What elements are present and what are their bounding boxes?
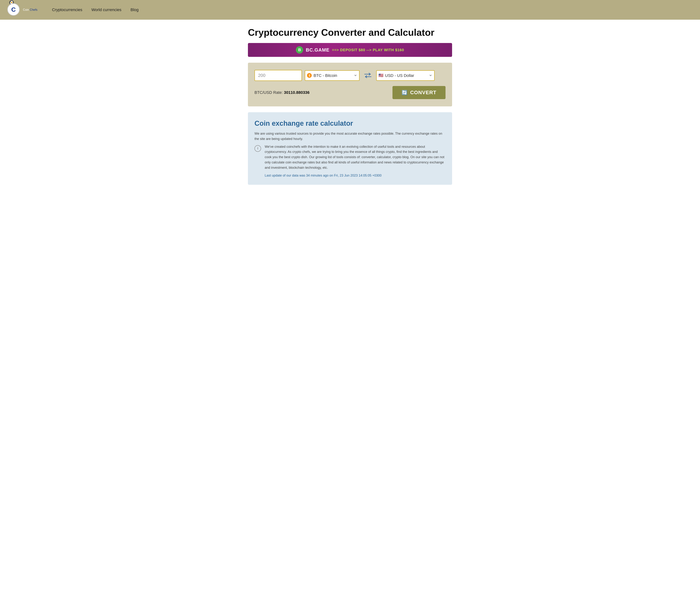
amount-input[interactable] [254, 70, 302, 81]
btc-icon: ₿ [307, 73, 312, 78]
convert-button[interactable]: 🔄 CONVERT [392, 86, 446, 99]
info-text-block: We've created coinchefs with the intenti… [265, 144, 446, 178]
site-header: 🍳 C Coin Chefs Cryptocurrencies World cu… [0, 0, 700, 20]
converter-bottom: BTC/USD Rate: 30110.880336 🔄 CONVERT [254, 86, 446, 99]
info-circle-icon: i [254, 145, 261, 152]
info-content: i We've created coinchefs with the inten… [254, 144, 446, 178]
logo-link[interactable]: 🍳 C Coin Chefs [7, 3, 37, 16]
from-currency-select[interactable]: BTC - Bitcoin ETH - Ethereum LTC - Litec… [305, 70, 360, 81]
ad-promo: ==> DEPOSIT $80 --> PLAY WITH $160 [332, 48, 404, 52]
bc-logo-icon: B [296, 46, 303, 54]
info-paragraph-1: We are using various trusted sources to … [254, 131, 446, 142]
swap-arrows-icon [364, 73, 372, 78]
to-currency-wrapper: 🇺🇸 USD - US Dollar EUR - Euro GBP - Brit… [376, 70, 435, 81]
logo-text: Coin Chefs [23, 8, 37, 12]
ad-name: BC.GAME [306, 47, 329, 53]
main-nav: Cryptocurrencies World currencies Blog [52, 8, 139, 12]
info-icon: i [254, 145, 261, 152]
rate-label: BTC/USD Rate: [254, 90, 283, 95]
nav-world-currencies[interactable]: World currencies [91, 8, 122, 12]
info-update: Last update of our data was 34 minutes a… [265, 174, 446, 178]
from-currency-wrapper: ₿ BTC - Bitcoin ETH - Ethereum LTC - Lit… [305, 70, 360, 81]
logo-letter: C [11, 6, 16, 13]
logo-circle: C [7, 3, 20, 16]
swap-button[interactable] [362, 71, 373, 80]
logo-chefs: Chefs [29, 8, 37, 11]
to-currency-select[interactable]: USD - US Dollar EUR - Euro GBP - British… [376, 70, 435, 81]
logo-coin: Coin [23, 8, 29, 11]
rate-info: BTC/USD Rate: 30110.880336 [254, 90, 310, 95]
info-paragraph-2: We've created coinchefs with the intenti… [265, 144, 446, 170]
converter-box: ₿ BTC - Bitcoin ETH - Ethereum LTC - Lit… [248, 63, 452, 106]
page-title: Cryptocurrency Converter and Calculator [248, 27, 452, 38]
nav-blog[interactable]: Blog [130, 8, 139, 12]
converter-row: ₿ BTC - Bitcoin ETH - Ethereum LTC - Lit… [254, 70, 446, 81]
nav-cryptocurrencies[interactable]: Cryptocurrencies [52, 8, 82, 12]
rate-value: 30110.880336 [284, 90, 310, 95]
logo-icon: 🍳 C [7, 3, 21, 16]
info-title: Coin exchange rate calculator [254, 119, 446, 127]
ad-banner[interactable]: B BC.GAME ==> DEPOSIT $80 --> PLAY WITH … [248, 43, 452, 57]
main-content: Cryptocurrency Converter and Calculator … [244, 20, 456, 192]
info-box: Coin exchange rate calculator We are usi… [248, 112, 452, 185]
us-flag-icon: 🇺🇸 [378, 73, 383, 78]
refresh-icon: 🔄 [402, 90, 408, 95]
convert-button-label: CONVERT [410, 90, 436, 95]
